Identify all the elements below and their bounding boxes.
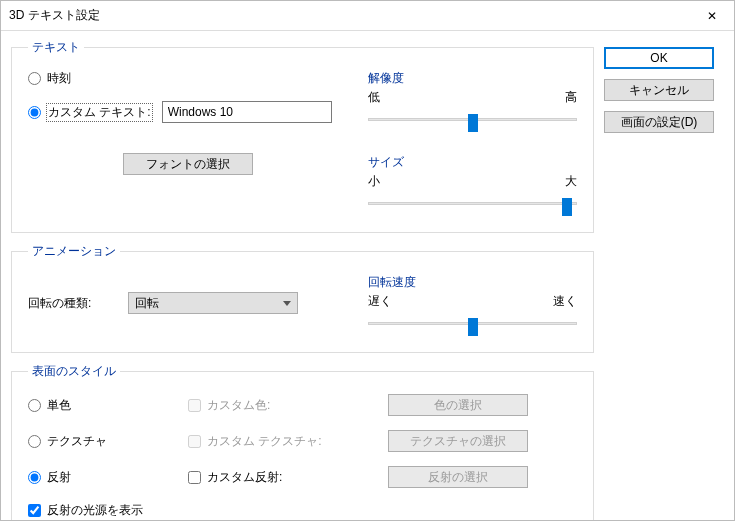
group-text: テキスト 時刻 カスタム テキスト: フォントの [11, 39, 594, 233]
slider-size-title: サイズ [368, 154, 577, 171]
window-title: 3D テキスト設定 [9, 7, 689, 24]
choose-reflection-button: 反射の選択 [388, 466, 528, 488]
display-settings-button[interactable]: 画面の設定(D) [604, 111, 714, 133]
chevron-down-icon [283, 301, 291, 306]
slider-speed-title: 回転速度 [368, 274, 577, 291]
choose-font-button[interactable]: フォントの選択 [123, 153, 253, 175]
close-button[interactable]: ✕ [689, 1, 734, 31]
rotation-type-dropdown[interactable]: 回転 [128, 292, 298, 314]
rotation-type-value: 回転 [135, 295, 159, 312]
custom-text-input[interactable] [162, 101, 332, 123]
slider-speed[interactable]: 回転速度 遅く 速く [368, 274, 577, 336]
slider-speed-low: 遅く [368, 293, 392, 310]
slider-resolution-high: 高 [565, 89, 577, 106]
group-animation-legend: アニメーション [28, 243, 120, 260]
slider-resolution-title: 解像度 [368, 70, 577, 87]
slider-size-thumb[interactable] [562, 198, 572, 216]
radio-time[interactable]: 時刻 [28, 70, 348, 87]
check-show-specular-label: 反射の光源を表示 [47, 502, 143, 519]
slider-size[interactable]: サイズ 小 大 [368, 154, 577, 216]
rotation-type-label: 回転の種類: [28, 295, 118, 312]
radio-solid-label: 単色 [47, 397, 71, 414]
cancel-button[interactable]: キャンセル [604, 79, 714, 101]
slider-speed-thumb[interactable] [468, 318, 478, 336]
check-custom-reflection-label: カスタム反射: [207, 469, 282, 486]
radio-time-label: 時刻 [47, 70, 71, 87]
group-text-legend: テキスト [28, 39, 84, 56]
slider-resolution[interactable]: 解像度 低 高 [368, 70, 577, 132]
radio-custom-text[interactable]: カスタム テキスト: [28, 104, 152, 121]
close-icon: ✕ [707, 9, 717, 23]
ok-button[interactable]: OK [604, 47, 714, 69]
choose-color-button: 色の選択 [388, 394, 528, 416]
slider-speed-high: 速く [553, 293, 577, 310]
check-custom-color: カスタム色: [188, 397, 388, 414]
check-custom-reflection[interactable]: カスタム反射: [188, 469, 388, 486]
check-show-specular[interactable]: 反射の光源を表示 [28, 502, 143, 519]
choose-texture-button: テクスチャの選択 [388, 430, 528, 452]
slider-size-low: 小 [368, 173, 380, 190]
radio-custom-text-label: カスタム テキスト: [47, 104, 152, 121]
radio-texture[interactable]: テクスチャ [28, 433, 188, 450]
group-surface-legend: 表面のスタイル [28, 363, 120, 380]
slider-resolution-thumb[interactable] [468, 114, 478, 132]
radio-solid-color[interactable]: 単色 [28, 397, 188, 414]
check-custom-texture: カスタム テクスチャ: [188, 433, 388, 450]
radio-reflection[interactable]: 反射 [28, 469, 188, 486]
slider-size-high: 大 [565, 173, 577, 190]
group-surface-style: 表面のスタイル 単色 カスタム色: 色の選択 テクスチャ カスタム テクスチャ:… [11, 363, 594, 521]
display-settings-label: 画面の設定(D) [621, 114, 698, 131]
check-custom-texture-label: カスタム テクスチャ: [207, 433, 322, 450]
radio-reflection-label: 反射 [47, 469, 71, 486]
check-custom-color-label: カスタム色: [207, 397, 270, 414]
radio-texture-label: テクスチャ [47, 433, 107, 450]
slider-resolution-low: 低 [368, 89, 380, 106]
group-animation: アニメーション 回転の種類: 回転 回転速度 遅く [11, 243, 594, 353]
